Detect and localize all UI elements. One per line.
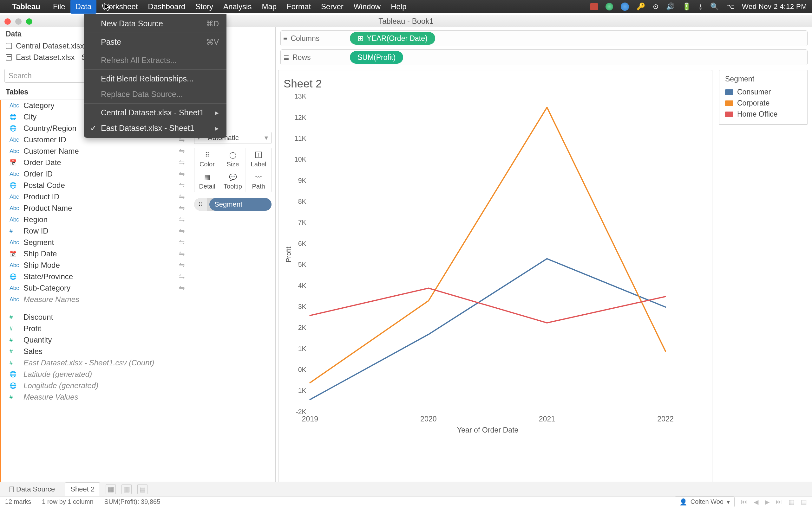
legend-item-corporate[interactable]: Corporate <box>725 98 801 109</box>
user-dropdown[interactable]: 👤 Colten Woo ▾ <box>675 497 734 507</box>
menu-map[interactable]: Map <box>257 0 282 14</box>
minimize-button[interactable] <box>15 18 21 25</box>
svg-text:2019: 2019 <box>302 415 318 423</box>
field-ship-date[interactable]: 📅Ship Date⇋ <box>3 248 190 260</box>
pill-year-orderdate[interactable]: ⊞YEAR(Order Date) <box>350 32 435 45</box>
link-icon: ⇋ <box>179 204 185 212</box>
statusbar-green-icon[interactable] <box>606 3 613 10</box>
pill-sum-profit[interactable]: SUM(Profit) <box>350 51 403 64</box>
nav-next-icon[interactable]: ▶ <box>765 498 769 506</box>
text: Edit Blend Relationships... <box>101 74 194 83</box>
new-story-button[interactable]: ▤ <box>137 484 148 494</box>
view-list-icon[interactable]: ▤ <box>801 498 807 506</box>
search-icon[interactable]: 🔍 <box>710 3 719 11</box>
field-discount[interactable]: #Discount <box>3 312 190 323</box>
field-measure-values[interactable]: #Measure Values <box>3 391 190 403</box>
field-customer-name[interactable]: AbcCustomer Name⇋ <box>3 146 190 157</box>
battery-icon[interactable]: 🔋 <box>682 3 691 11</box>
menu-server[interactable]: Server <box>316 0 349 14</box>
field-region[interactable]: AbcRegion⇋ <box>3 214 190 225</box>
wifi-icon[interactable]: ⏚ <box>699 3 703 11</box>
user-icon: 👤 <box>679 498 687 506</box>
menu-analysis[interactable]: Analysis <box>218 0 257 14</box>
menu-format[interactable]: Format <box>282 0 316 14</box>
field-east-dataset-xlsx-sheet1-csv-count-[interactable]: #East Dataset.xlsx - Sheet1.csv (Count) <box>3 357 190 369</box>
nav-first-icon[interactable]: ⏮ <box>741 498 747 505</box>
field-latitude-generated-[interactable]: 🌐Latitude (generated) <box>3 369 190 380</box>
field-state-province[interactable]: 🌐State/Province⇋ <box>3 271 190 282</box>
menu-help[interactable]: Help <box>386 0 411 14</box>
link-icon: ⇋ <box>179 261 185 269</box>
menu-file[interactable]: File <box>48 0 70 14</box>
marks-path[interactable]: 〰Path <box>246 170 271 192</box>
legend-item-home-office[interactable]: Home Office <box>725 109 801 120</box>
play-icon[interactable]: ⊙ <box>653 3 658 11</box>
menu-items: FileDataWorksheetDashboardStoryAnalysisM… <box>48 0 412 14</box>
new-sheet-button[interactable]: ▦ <box>106 484 116 494</box>
tab-datasource[interactable]: ⌸Data Source <box>5 483 59 495</box>
menu-edit-blend[interactable]: Edit Blend Relationships... <box>84 71 226 87</box>
view-grid-icon[interactable]: ▦ <box>789 498 795 506</box>
field-row-id[interactable]: #Row ID⇋ <box>3 225 190 237</box>
zoom-button[interactable] <box>26 18 32 25</box>
link-icon: ⇋ <box>179 193 185 201</box>
marks-tooltip[interactable]: 💬Tooltip <box>220 170 246 192</box>
nav-prev-icon[interactable]: ◀ <box>754 498 758 506</box>
link-icon: ⇋ <box>179 216 185 224</box>
field-product-id[interactable]: AbcProduct ID⇋ <box>3 191 190 203</box>
separator <box>84 103 226 104</box>
svg-text:-1K: -1K <box>296 387 306 395</box>
sheet-title[interactable]: Sheet 2 <box>283 76 705 94</box>
volume-icon[interactable]: 🔊 <box>666 3 675 11</box>
close-button[interactable] <box>4 18 11 25</box>
key-icon[interactable]: 🔑 <box>637 3 645 11</box>
columns-icon: ≡ <box>283 34 287 43</box>
user-name: Colten Woo <box>691 498 723 505</box>
nav-last-icon[interactable]: ⏭ <box>776 498 782 505</box>
color-pill-segment[interactable]: ⠿ Segment <box>194 198 271 211</box>
separator <box>84 51 226 51</box>
field-order-id[interactable]: AbcOrder ID⇋ <box>3 168 190 180</box>
svg-text:7K: 7K <box>298 219 306 226</box>
field-longitude-generated-[interactable]: 🌐Longitude (generated) <box>3 380 190 391</box>
field-segment[interactable]: AbcSegment⇋ <box>3 237 190 248</box>
rows-shelf[interactable]: ≣Rows SUM(Profit) <box>281 49 808 65</box>
menu-window[interactable]: Window <box>349 0 386 14</box>
shortcut: ⌘D <box>206 19 219 28</box>
clock[interactable]: Wed Nov 2 4:12 PM <box>742 3 807 11</box>
menu-source-east[interactable]: ✓ East Dataset.xlsx - Sheet1 ▸ <box>84 120 226 136</box>
marks-label[interactable]: 🅃Label <box>246 148 271 170</box>
tab-sheet2[interactable]: Sheet 2 <box>65 482 100 496</box>
statusbar-blue-icon[interactable] <box>621 3 629 11</box>
field-product-name[interactable]: AbcProduct Name⇋ <box>3 203 190 214</box>
text: New Data Source <box>101 19 163 28</box>
field-sub-category[interactable]: AbcSub-Category⇋ <box>3 282 190 294</box>
menu-data[interactable]: Data <box>70 0 97 14</box>
new-dashboard-button[interactable]: ▥ <box>121 484 132 494</box>
menu-dashboard[interactable]: Dashboard <box>143 0 190 14</box>
control-center-icon[interactable]: ⌥ <box>726 3 734 11</box>
field-profit[interactable]: #Profit <box>3 323 190 334</box>
marks-color[interactable]: ⠿Color <box>194 148 220 170</box>
field-order-date[interactable]: 📅Order Date⇋ <box>3 157 190 168</box>
text: Home Office <box>737 110 777 118</box>
menu-story[interactable]: Story <box>190 0 218 14</box>
menu-new-datasource[interactable]: New Data Source ⌘D <box>84 16 226 32</box>
menu-paste[interactable]: Paste ⌘V <box>84 34 226 50</box>
menu-source-central[interactable]: Central Dataset.xlsx - Sheet1 ▸ <box>84 105 226 120</box>
field-ship-mode[interactable]: AbcShip Mode⇋ <box>3 260 190 271</box>
statusbar-app-icon[interactable] <box>590 3 598 10</box>
columns-shelf[interactable]: ≡Columns ⊞YEAR(Order Date) <box>281 31 808 46</box>
marks-size[interactable]: ◯Size <box>220 148 246 170</box>
field-measure-names[interactable]: AbcMeasure Names <box>3 294 190 305</box>
marks-detail[interactable]: ▦Detail <box>194 170 220 192</box>
legend-item-consumer[interactable]: Consumer <box>725 87 801 98</box>
link-icon: ⇋ <box>179 250 185 258</box>
field-quantity[interactable]: #Quantity <box>3 334 190 346</box>
datasource-icon <box>6 43 12 49</box>
field-sales[interactable]: #Sales <box>3 346 190 357</box>
field-postal-code[interactable]: 🌐Postal Code⇋ <box>3 180 190 191</box>
svg-text:13K: 13K <box>294 94 306 100</box>
legend: Segment ConsumerCorporateHome Office <box>719 70 808 125</box>
svg-text:8K: 8K <box>298 198 306 205</box>
